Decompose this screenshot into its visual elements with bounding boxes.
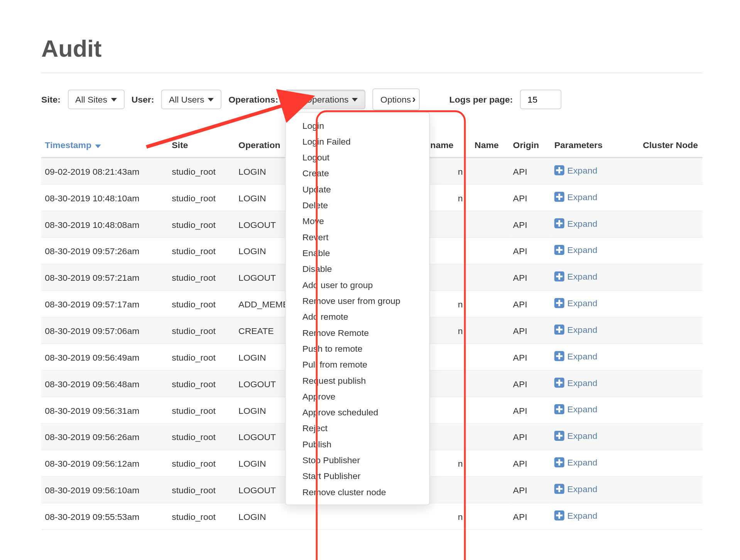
cell-name [471,344,509,370]
col-origin[interactable]: Origin [509,134,551,157]
expand-button[interactable]: Expand [554,298,597,308]
expand-button[interactable]: Expand [554,218,597,228]
cell-origin: API [509,450,551,477]
plus-icon [554,457,564,467]
expand-label: Expand [567,298,597,308]
cell-parameters: Expand [551,158,639,185]
col-timestamp[interactable]: Timestamp [41,134,168,157]
cell-timestamp: 08-30-2019 09:56:26am [41,423,168,450]
operations-menu-item[interactable]: Delete [286,197,429,213]
operations-menu-item[interactable]: Remove cluster node [286,484,429,500]
cell-site: studio_root [168,370,235,397]
operations-menu-item[interactable]: Login [286,117,429,133]
expand-label: Expand [567,272,597,282]
cell-timestamp: 08-30-2019 09:55:53am [41,503,168,530]
cell-origin: API [509,264,551,291]
cell-timestamp: 08-30-2019 09:57:17am [41,291,168,317]
col-site[interactable]: Site [168,134,235,157]
col-timestamp-label: Timestamp [45,140,91,150]
options-button[interactable]: Options › [373,89,420,111]
cell-site: studio_root [168,344,235,370]
expand-button[interactable]: Expand [554,245,597,255]
expand-button[interactable]: Expand [554,378,597,388]
operations-dropdown[interactable]: All Operations [285,90,365,109]
cell-name [471,476,509,503]
operations-menu-item[interactable]: Approve scheduled [286,404,429,420]
cell-username: n [427,291,471,317]
options-button-label: Options [380,94,411,105]
expand-button[interactable]: Expand [554,510,597,520]
expand-label: Expand [567,404,597,414]
operations-menu-item[interactable]: Pull from remote [286,356,429,372]
expand-button[interactable]: Expand [554,351,597,361]
sort-desc-icon [95,145,101,148]
cell-origin: API [509,344,551,370]
cell-timestamp: 08-30-2019 10:48:10am [41,184,168,211]
user-dropdown[interactable]: All Users [161,90,221,109]
operations-menu-item[interactable]: Move [286,213,429,229]
expand-button[interactable]: Expand [554,165,597,175]
cell-site: studio_root [168,397,235,423]
plus-icon [554,272,564,282]
expand-button[interactable]: Expand [554,457,597,467]
cell-parameters: Expand [551,423,639,450]
expand-button[interactable]: Expand [554,272,597,282]
operations-menu-item[interactable]: Request publish [286,372,429,388]
cell-name [471,264,509,291]
expand-button[interactable]: Expand [554,325,597,335]
operations-menu-item[interactable]: Stop Publisher [286,452,429,468]
plus-icon [554,431,564,441]
operations-menu-item[interactable]: Add remote [286,309,429,324]
expand-button[interactable]: Expand [554,404,597,414]
logs-per-page-label: Logs per page: [449,94,513,105]
cell-username: n [427,317,471,344]
operations-menu-item[interactable]: Update [286,181,429,197]
cell-username [427,370,471,397]
operations-menu-item[interactable]: Publish [286,436,429,452]
cell-parameters: Expand [551,291,639,317]
expand-button[interactable]: Expand [554,192,597,202]
col-name[interactable]: Name [471,134,509,157]
col-parameters[interactable]: Parameters [551,134,639,157]
cell-parameters: Expand [551,184,639,211]
cell-name [471,423,509,450]
cell-timestamp: 08-30-2019 09:57:06am [41,317,168,344]
site-dropdown[interactable]: All Sites [68,90,124,109]
expand-button[interactable]: Expand [554,484,597,494]
plus-icon [554,378,564,388]
operations-menu-item[interactable]: Reject [286,420,429,436]
cell-origin: API [509,211,551,238]
cell-origin: API [509,158,551,185]
operations-menu-item[interactable]: Push to remote [286,341,429,356]
col-username[interactable]: name [427,134,471,157]
cell-cluster-node [639,238,703,264]
cell-cluster-node [639,503,703,530]
operations-menu-item[interactable]: Create [286,165,429,181]
logs-per-page-input[interactable] [520,90,561,109]
operations-menu-item[interactable]: Logout [286,149,429,165]
operations-menu-item[interactable]: Enable [286,245,429,261]
page-title: Audit [41,35,703,62]
operations-menu-item[interactable]: Add user to group [286,277,429,293]
cell-name [471,450,509,477]
cell-timestamp: 08-30-2019 09:57:26am [41,238,168,264]
cell-cluster-node [639,450,703,477]
expand-button[interactable]: Expand [554,431,597,441]
cell-username [427,211,471,238]
operations-menu[interactable]: LoginLogin FailedLogoutCreateUpdateDelet… [285,112,430,505]
operations-menu-item[interactable]: Login Failed [286,133,429,149]
user-label: User: [132,94,154,105]
plus-icon [554,325,564,335]
cell-username [427,264,471,291]
cell-timestamp: 09-02-2019 08:21:43am [41,158,168,185]
operations-menu-item[interactable]: Revert [286,229,429,245]
expand-label: Expand [567,351,597,361]
operations-menu-item[interactable]: Approve [286,388,429,404]
cell-username [427,397,471,423]
operations-menu-item[interactable]: Remove Remote [286,325,429,341]
operations-menu-item[interactable]: Disable [286,261,429,277]
operations-menu-item[interactable]: Remove user from group [286,293,429,309]
operations-menu-item[interactable]: Start Publisher [286,468,429,484]
col-cluster-node[interactable]: Cluster Node [639,134,703,157]
expand-label: Expand [567,245,597,255]
